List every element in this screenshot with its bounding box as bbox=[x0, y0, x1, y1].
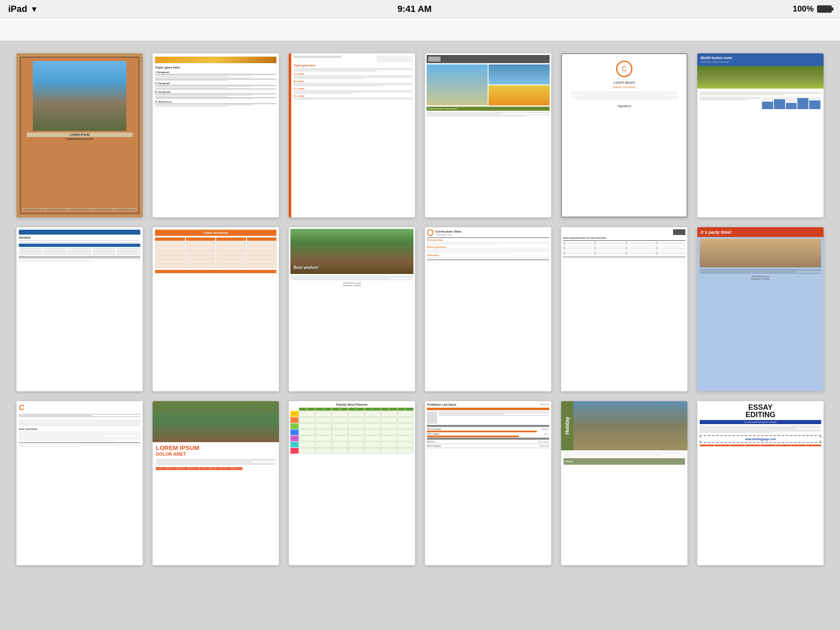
schedule-row bbox=[155, 260, 276, 264]
letterhead-subtitle: Name Surname bbox=[613, 85, 636, 89]
template-corkboard[interactable]: LOREM IPSUM LOREM IPSUM DOLOR EST bbox=[16, 53, 143, 217]
navigation-bar bbox=[0, 18, 840, 41]
topic-section-3: III. Paragraph bbox=[155, 91, 276, 93]
template-cv[interactable]: Curriculum Vitae Lorem ipsum dolor Perso… bbox=[425, 227, 551, 391]
holiday-image: Holiday bbox=[561, 401, 687, 450]
template-meal-planner[interactable]: Family Meal Planner Mon Tue Wed Thu Fri … bbox=[289, 401, 415, 565]
letterhead-title: Lorem ipsum bbox=[614, 80, 635, 84]
newsletter-chart bbox=[761, 97, 821, 109]
flyer-tags: SUBJECT 1 SUBJECT 2 SUBJECT 3 SUBJECT 4 … bbox=[156, 467, 276, 470]
greeting-card-image: Best wishes! bbox=[290, 229, 413, 274]
cv-section-work: Work experience bbox=[427, 246, 549, 248]
schedule-col-period bbox=[155, 237, 185, 241]
template-business-letter[interactable]: C Dear Last Name bbox=[16, 401, 143, 565]
schedule-title: Class Schedule bbox=[155, 230, 276, 236]
party-address: 1541 Memory LaneKankakee, IL 60901 bbox=[700, 275, 821, 280]
invoice-header bbox=[19, 230, 140, 235]
flyer-image bbox=[153, 401, 279, 442]
template-resume[interactable]: FirstName Last Name Resume WTO Universit… bbox=[425, 401, 551, 565]
proposal-images bbox=[427, 64, 550, 105]
schedule-row bbox=[155, 242, 276, 246]
newsletter-title: Morbi luctus nunc bbox=[701, 56, 820, 60]
letter-logo: C bbox=[19, 404, 140, 412]
template-letterhead[interactable]: C Lorem ipsum Name Surname Signature bbox=[561, 53, 687, 217]
essay-website-box: www.landingpage.com bbox=[700, 435, 821, 443]
template-orange-border[interactable]: Topic goes here A. Lorem B. Lorem C. Lor… bbox=[289, 53, 415, 217]
resume-name: FirstName Last Name bbox=[427, 403, 457, 406]
battery-icon bbox=[817, 5, 832, 13]
newsletter-image bbox=[697, 66, 824, 89]
battery-percent: 100% bbox=[793, 4, 814, 14]
corkboard-strip bbox=[23, 208, 137, 211]
template-flyer[interactable]: LOREM IPSUM DOLOR AMET SUBJECT 1 SUBJECT… bbox=[153, 401, 279, 565]
corkboard-subtitle: LOREM IPSUM DOLOR EST bbox=[21, 138, 138, 140]
proposal-logo bbox=[428, 57, 441, 62]
corkboard-title: LOREM IPSUM bbox=[27, 132, 132, 137]
resume-section-education bbox=[427, 425, 549, 427]
essay-subtitle: Ut wisl enim ad minim veniam bbox=[700, 420, 821, 424]
questionnaire-title: Short questionnaire for the interview bbox=[563, 237, 685, 239]
holiday-title: Holiday bbox=[564, 417, 570, 434]
resume-section-work bbox=[427, 438, 549, 440]
essay-title: ESSAYEDITING bbox=[700, 404, 821, 418]
time-display: 9:41 AM bbox=[397, 4, 432, 14]
holiday-parum: Parum bbox=[564, 458, 685, 465]
party-photo bbox=[700, 239, 821, 267]
schedule-footer bbox=[155, 270, 276, 273]
parum-text: Parum bbox=[565, 460, 573, 463]
schedule-row bbox=[155, 264, 276, 268]
template-essay-editing[interactable]: ESSAYEDITING Ut wisl enim ad minim venia… bbox=[697, 401, 824, 565]
meal-planner-grid: B S bbox=[290, 411, 413, 454]
template-project-proposal[interactable]: Project Proposal "Clean Energy" bbox=[425, 53, 551, 217]
corkboard-photo bbox=[33, 61, 127, 131]
party-title: it´s party time! bbox=[701, 230, 820, 235]
meal-planner-title: Family Meal Planner bbox=[290, 403, 413, 406]
template-questionnaire[interactable]: Short questionnaire for the interview bbox=[561, 227, 687, 391]
template-topic[interactable]: Topic goes here I. Paragraph II. Paragra… bbox=[153, 53, 279, 217]
cv-section-personal: Personal data bbox=[427, 239, 549, 241]
document-grid: LOREM IPSUM LOREM IPSUM DOLOR EST Topic … bbox=[16, 53, 824, 565]
cv-title: Curriculum Vitae bbox=[435, 230, 461, 233]
template-newsletter[interactable]: Morbi luctus nunc Labore Nisi ut Aliqu C… bbox=[697, 53, 824, 217]
resume-photo bbox=[427, 411, 437, 424]
newsletter-subtitle: Labore Nisi ut Aliqu Consequat bbox=[701, 61, 820, 63]
template-class-schedule[interactable]: Class Schedule bbox=[153, 227, 279, 391]
topic-title: Topic goes here bbox=[155, 66, 276, 69]
invoice-table-header bbox=[19, 244, 140, 247]
template-holiday[interactable]: Holiday Parum bbox=[561, 401, 687, 565]
cv-logo bbox=[427, 229, 434, 236]
orange-doc-title: Topic goes here bbox=[294, 64, 413, 67]
topic-section-1: I. Paragraph bbox=[155, 71, 276, 73]
status-left: iPad ▾ bbox=[8, 4, 36, 14]
letter-recipient bbox=[19, 420, 140, 426]
wifi-icon: ▾ bbox=[32, 4, 36, 14]
letterhead-signature: Signature bbox=[617, 104, 631, 108]
flyer-title: LOREM IPSUM bbox=[156, 445, 276, 452]
template-greeting-card[interactable]: Best wishes! 1041 Memory LaneKankakee, I… bbox=[289, 227, 415, 391]
invoice-total bbox=[19, 256, 140, 258]
topic-header-decoration bbox=[155, 57, 276, 63]
device-label: iPad bbox=[8, 4, 27, 14]
status-right: 100% bbox=[793, 4, 832, 14]
schedule-row bbox=[155, 255, 276, 259]
schedule-row bbox=[155, 246, 276, 250]
flyer-subtitle: DOLOR AMET bbox=[156, 452, 276, 457]
template-invoice[interactable]: INVOICE bbox=[16, 227, 143, 391]
greeting-card-text: Best wishes! bbox=[294, 265, 319, 270]
proposal-title: Project Proposal "Clean Energy" bbox=[427, 107, 550, 111]
corkboard-background: LOREM IPSUM LOREM IPSUM DOLOR EST bbox=[20, 57, 139, 214]
questionnaire-logo bbox=[673, 229, 685, 235]
schedule-row bbox=[155, 251, 276, 255]
greeting-card-address: 1041 Memory LaneKankakee, IL 60901 bbox=[291, 282, 413, 287]
essay-website: www.landingpage.com bbox=[702, 438, 819, 441]
topic-section-4: IV. References bbox=[155, 100, 276, 103]
template-party-invitation[interactable]: it´s party time! 1541 Memory LaneKankake… bbox=[697, 227, 824, 391]
main-content: LOREM IPSUM LOREM IPSUM DOLOR EST Topic … bbox=[0, 41, 840, 630]
cv-section-education: Education bbox=[427, 254, 549, 256]
letterhead-logo: C bbox=[616, 61, 632, 77]
status-bar: iPad ▾ 9:41 AM 100% bbox=[0, 0, 840, 18]
resume-label: Resume bbox=[540, 403, 549, 406]
topic-section-2: II. Paragraph bbox=[155, 82, 276, 84]
letter-salutation: Dear Last Name bbox=[19, 428, 140, 430]
invoice-title: INVOICE bbox=[19, 236, 140, 239]
